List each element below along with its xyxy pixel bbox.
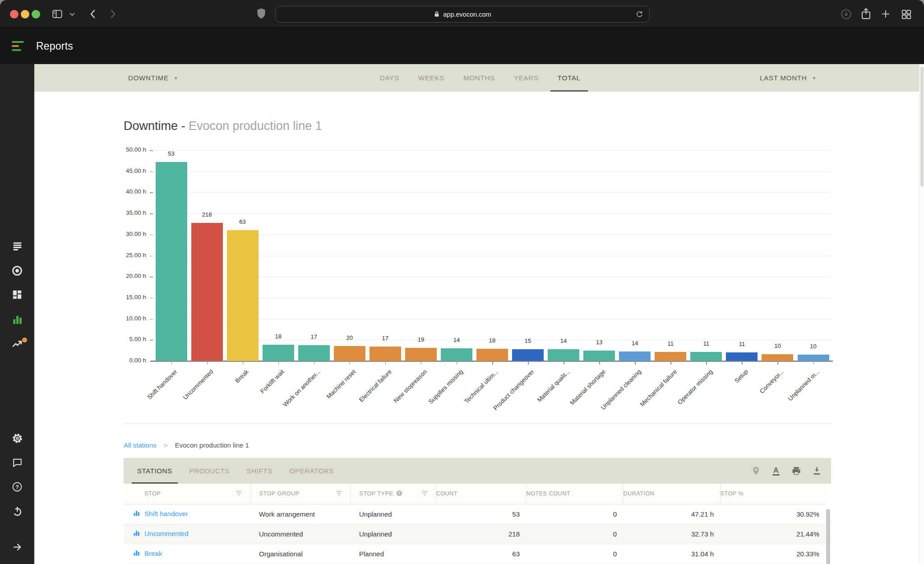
stop-link[interactable]: Uncommented: [144, 530, 189, 537]
download-icon[interactable]: [811, 466, 822, 476]
table-tab-stations[interactable]: STATIONS: [137, 458, 172, 484]
page-scrollbar[interactable]: [919, 64, 924, 564]
downloads-icon[interactable]: [840, 8, 852, 20]
page-title: Reports: [36, 28, 73, 64]
x-axis-tick: [207, 362, 208, 365]
sidebar-item-settings-gear[interactable]: [8, 429, 26, 447]
x-axis-label: Material qualit...: [536, 368, 571, 403]
filter-icon[interactable]: [421, 490, 429, 498]
back-icon[interactable]: [88, 8, 97, 20]
app-menu-icon[interactable]: [12, 41, 24, 51]
y-axis-tick: [150, 192, 153, 193]
count-cell: 218: [436, 524, 526, 544]
column-header-stop[interactable]: STOP: [124, 484, 250, 504]
table-tab-shifts[interactable]: SHIFTS: [247, 458, 273, 484]
column-header-notes-count[interactable]: NOTES COUNT: [526, 484, 623, 504]
bar-value-label: 53: [153, 150, 189, 157]
bar-technical-ultim-[interactable]: [476, 349, 508, 361]
filter-icon[interactable]: [235, 490, 243, 498]
stop-link[interactable]: Shift handover: [144, 510, 188, 518]
bar-material-shortage[interactable]: [583, 351, 615, 361]
y-axis-tick: [150, 277, 153, 277]
bar-operator-missing[interactable]: [690, 352, 722, 361]
tab-overview-icon[interactable]: [900, 8, 912, 20]
row-chart-icon[interactable]: [133, 549, 140, 558]
stop-pct-cell: 20.33%: [720, 544, 826, 564]
sidebar-item-bar-chart[interactable]: [8, 310, 26, 328]
bar-product-changeover[interactable]: [512, 349, 544, 361]
sidebar-toggle-icon[interactable]: [51, 8, 64, 20]
bar-machine-reset[interactable]: [334, 346, 365, 361]
bar-unplanned-m-[interactable]: [798, 355, 829, 361]
sidebar-item-help-circle[interactable]: ?: [8, 478, 26, 496]
bar-value-label: 20: [332, 334, 368, 341]
column-header-duration[interactable]: DURATION: [623, 484, 720, 504]
privacy-shield-icon[interactable]: [255, 8, 267, 20]
sidebar-item-trend-up[interactable]: [8, 335, 26, 353]
address-bar[interactable]: app.evocon.com: [275, 6, 650, 23]
bar-shift-handover[interactable]: [156, 162, 187, 361]
breadcrumb-link-all-stations[interactable]: All stations: [124, 441, 157, 449]
x-axis-tick: [314, 362, 315, 365]
window-zoom-button[interactable]: [32, 10, 40, 18]
column-header-stop-[interactable]: STOP %: [720, 484, 826, 504]
share-icon[interactable]: [860, 7, 872, 21]
sidebar-item-chat-bubble[interactable]: [8, 453, 26, 472]
x-axis-tick: [171, 362, 172, 365]
sidebar-item-dashboard[interactable]: [8, 286, 26, 304]
x-axis-label: Conveyor...: [758, 368, 785, 395]
page-scrollbar-thumb[interactable]: [920, 67, 924, 186]
bar-mechanical-failure[interactable]: [655, 352, 686, 361]
new-tab-icon[interactable]: [880, 8, 892, 20]
filter-icon[interactable]: [335, 490, 343, 498]
bar-electrical-failure[interactable]: [370, 347, 401, 361]
bar-work-on-another-[interactable]: [298, 345, 330, 361]
table-toolbar-icons: A: [750, 458, 822, 484]
window-minimize-button[interactable]: [21, 10, 29, 18]
sidebar-item-expand-arrow[interactable]: [8, 538, 26, 556]
bar-conveyor-[interactable]: [762, 354, 793, 361]
table-tab-products[interactable]: PRODUCTS: [189, 458, 230, 484]
table-tab-operators[interactable]: OPERATORS: [290, 458, 334, 484]
row-chart-icon[interactable]: [133, 509, 140, 518]
bar-value-label: 13: [581, 339, 617, 346]
column-header-stop-group[interactable]: STOP GROUP: [250, 484, 350, 504]
column-header-count[interactable]: COUNT: [436, 484, 526, 504]
font-size-icon[interactable]: A: [771, 466, 781, 476]
bar-supplies-missing[interactable]: [441, 348, 472, 361]
bar-value-label: 11: [652, 340, 688, 347]
bar-unplanned-cleaning[interactable]: [619, 351, 651, 361]
reload-icon[interactable]: [635, 10, 644, 18]
bar-break[interactable]: [227, 230, 259, 361]
window-close-button[interactable]: [10, 10, 18, 18]
x-axis-tick: [457, 362, 457, 365]
x-axis-tick: [350, 362, 351, 365]
sidebar-item-report-lines[interactable]: [8, 237, 26, 255]
bar-material-qualit-[interactable]: [548, 349, 579, 361]
bar-uncommented[interactable]: [191, 223, 223, 361]
table-scrollbar-thumb[interactable]: [826, 509, 830, 564]
breadcrumb: All stations > Evocon production line 1: [124, 440, 249, 450]
sidebar-item-target[interactable]: [8, 262, 26, 280]
chevron-down-icon[interactable]: [69, 11, 76, 17]
bar-new-stopreason[interactable]: [405, 348, 437, 361]
column-header-stop-type[interactable]: STOP TYPE?: [350, 484, 436, 504]
bar-setup[interactable]: [726, 352, 758, 361]
notes-count-cell: 0: [526, 504, 623, 524]
forward-icon[interactable]: [108, 8, 117, 20]
x-axis-tick: [706, 362, 707, 365]
notes-count-cell: 0: [526, 524, 623, 544]
location-pin-icon[interactable]: [750, 466, 761, 476]
row-chart-icon[interactable]: [133, 529, 140, 538]
bar-value-label: 17: [367, 335, 403, 342]
macos-safari-window: app.evocon.com Reports ? DOWNTIME▾ DAYSW…: [0, 0, 924, 564]
help-icon[interactable]: ?: [396, 490, 403, 498]
sidebar-item-power[interactable]: [8, 502, 26, 520]
stop-link[interactable]: Break: [144, 550, 162, 557]
bar-forklift-wait[interactable]: [263, 345, 294, 361]
y-axis-label: 0.00 h: [97, 357, 146, 364]
print-icon[interactable]: [791, 466, 802, 476]
x-axis-tick: [243, 362, 244, 365]
x-axis-tick: [599, 362, 600, 365]
browser-chrome: app.evocon.com: [0, 0, 924, 28]
